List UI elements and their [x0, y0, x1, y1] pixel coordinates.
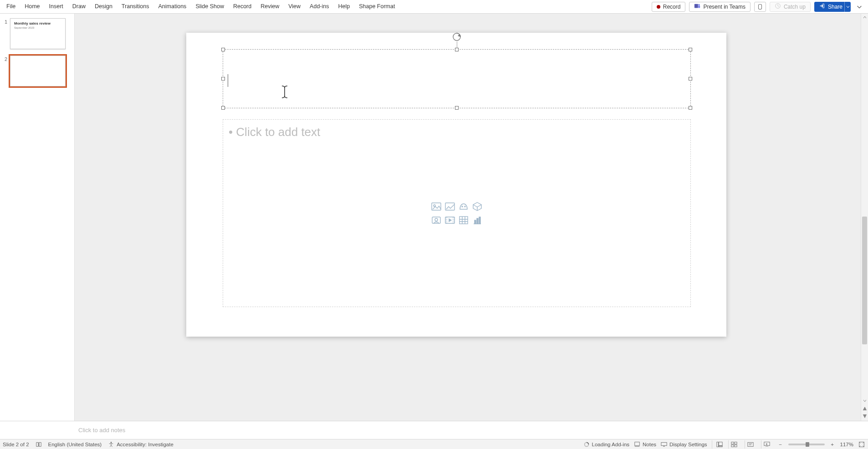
- status-slide-position: Slide 2 of 2: [3, 442, 29, 447]
- insert-video-button[interactable]: [444, 214, 456, 227]
- zoom-level-button[interactable]: 117%: [840, 442, 853, 447]
- tab-design[interactable]: Design: [90, 0, 117, 13]
- status-bar: Slide 2 of 2 English (United States) Acc…: [0, 439, 868, 449]
- icons-icon: [458, 201, 469, 212]
- tab-slide-show[interactable]: Slide Show: [191, 0, 229, 13]
- svg-point-12: [435, 218, 438, 221]
- selection-handle[interactable]: [221, 77, 225, 81]
- tab-view[interactable]: View: [284, 0, 305, 13]
- thumbnail-row-2: 2: [3, 55, 71, 86]
- chevron-up-icon: [863, 15, 867, 20]
- table-icon: [458, 215, 469, 226]
- share-split-button[interactable]: Share: [814, 2, 851, 12]
- slide-thumbnail-1[interactable]: Monthly sales review September 2023: [10, 18, 66, 49]
- title-placeholder[interactable]: [223, 49, 691, 108]
- svg-rect-2: [699, 5, 700, 8]
- selection-handle[interactable]: [689, 48, 692, 51]
- record-label: Record: [663, 4, 681, 10]
- spell-check-button[interactable]: [36, 441, 42, 448]
- insert-chart-button[interactable]: [471, 214, 484, 227]
- status-accessibility[interactable]: Accessibility: Investigate: [108, 441, 174, 448]
- tab-home[interactable]: Home: [20, 0, 44, 13]
- insert-picture-button[interactable]: [444, 200, 456, 213]
- status-language[interactable]: English (United States): [48, 442, 102, 447]
- display-settings-button[interactable]: Display Settings: [661, 441, 707, 448]
- text-caret: [228, 74, 228, 87]
- svg-rect-0: [694, 4, 698, 8]
- insert-cameo-button[interactable]: [430, 214, 443, 227]
- status-loading-addins: Loading Add-ins: [583, 441, 629, 448]
- insert-3d-models-button[interactable]: [471, 200, 484, 213]
- present-in-teams-button[interactable]: Present in Teams: [689, 2, 751, 12]
- slide-thumbnails-panel: 1 Monthly sales review September 2023 2: [0, 14, 75, 421]
- tab-transitions[interactable]: Transitions: [117, 0, 154, 13]
- slide-canvas-area[interactable]: Click to add text: [75, 14, 861, 421]
- selection-handle[interactable]: [455, 106, 459, 110]
- content-placeholder-text: Click to add text: [229, 125, 320, 139]
- selection-handle[interactable]: [221, 106, 225, 110]
- svg-point-9: [462, 206, 463, 207]
- tab-animations[interactable]: Animations: [154, 0, 191, 13]
- slide[interactable]: Click to add text: [186, 33, 726, 337]
- thumbnail-number: 2: [3, 55, 7, 86]
- copilot-button[interactable]: [754, 2, 766, 12]
- selection-handle[interactable]: [221, 48, 225, 51]
- chevron-down-icon: [856, 4, 863, 10]
- scroll-down-button[interactable]: [861, 397, 868, 404]
- record-button[interactable]: Record: [652, 2, 686, 12]
- slide-sorter-view-button[interactable]: [728, 440, 740, 449]
- content-placeholder[interactable]: Click to add text: [223, 119, 691, 307]
- svg-point-1: [699, 4, 700, 6]
- display-icon: [661, 441, 667, 448]
- zoom-slider[interactable]: [788, 444, 825, 445]
- previous-slide-button[interactable]: ⯅: [862, 406, 868, 412]
- svg-rect-16: [477, 218, 478, 224]
- svg-rect-17: [479, 217, 480, 224]
- svg-point-7: [434, 205, 435, 207]
- tab-record[interactable]: Record: [229, 0, 256, 13]
- slide-thumbnail-2[interactable]: [10, 55, 66, 86]
- zoom-in-button[interactable]: +: [829, 442, 836, 447]
- notes-pane[interactable]: Click to add notes: [0, 421, 868, 439]
- rotate-handle[interactable]: [452, 32, 461, 41]
- catch-up-button: Catch up: [770, 2, 811, 12]
- cameo-icon: [431, 215, 442, 226]
- tab-insert[interactable]: Insert: [45, 0, 68, 13]
- text-cursor-icon: [281, 85, 289, 99]
- scroll-thumb[interactable]: [862, 217, 867, 344]
- insert-icons-button[interactable]: [457, 200, 470, 213]
- slideshow-view-button[interactable]: [761, 440, 773, 449]
- slideshow-icon: [764, 441, 770, 448]
- normal-view-button[interactable]: [712, 440, 724, 449]
- zoom-out-button[interactable]: −: [777, 442, 784, 447]
- collapse-ribbon-button[interactable]: [854, 2, 864, 12]
- tab-review[interactable]: Review: [256, 0, 284, 13]
- thumbnail-number: 1: [3, 18, 7, 49]
- zoom-slider-knob[interactable]: [806, 442, 809, 447]
- share-button[interactable]: Share: [814, 2, 847, 12]
- tab-file[interactable]: File: [2, 0, 20, 13]
- vertical-scrollbar[interactable]: ⯅ ⯆: [861, 14, 868, 421]
- tab-shape-format[interactable]: Shape Format: [354, 0, 399, 13]
- svg-point-18: [111, 442, 112, 443]
- scroll-track[interactable]: [861, 21, 868, 397]
- scroll-up-button[interactable]: [861, 14, 868, 21]
- insert-table-button[interactable]: [457, 214, 470, 227]
- tab-help[interactable]: Help: [333, 0, 354, 13]
- cube-3d-icon: [472, 201, 483, 212]
- tab-add-ins[interactable]: Add-ins: [305, 0, 333, 13]
- notes-toggle-button[interactable]: Notes: [634, 441, 656, 448]
- ribbon: File Home Insert Draw Design Transitions…: [0, 0, 868, 14]
- fit-to-window-button[interactable]: [858, 441, 865, 448]
- insert-stock-images-button[interactable]: [430, 200, 443, 213]
- selection-handle[interactable]: [689, 106, 692, 110]
- selection-handle[interactable]: [689, 77, 692, 81]
- scroll-extras: ⯅ ⯆: [862, 404, 868, 421]
- tab-draw[interactable]: Draw: [68, 0, 90, 13]
- ribbon-tabs: File Home Insert Draw Design Transitions…: [2, 0, 399, 13]
- selection-handle[interactable]: [455, 48, 459, 51]
- reading-view-button[interactable]: [745, 440, 756, 449]
- next-slide-button[interactable]: ⯆: [862, 414, 868, 419]
- share-dropdown[interactable]: [844, 2, 851, 12]
- normal-view-icon: [716, 441, 723, 448]
